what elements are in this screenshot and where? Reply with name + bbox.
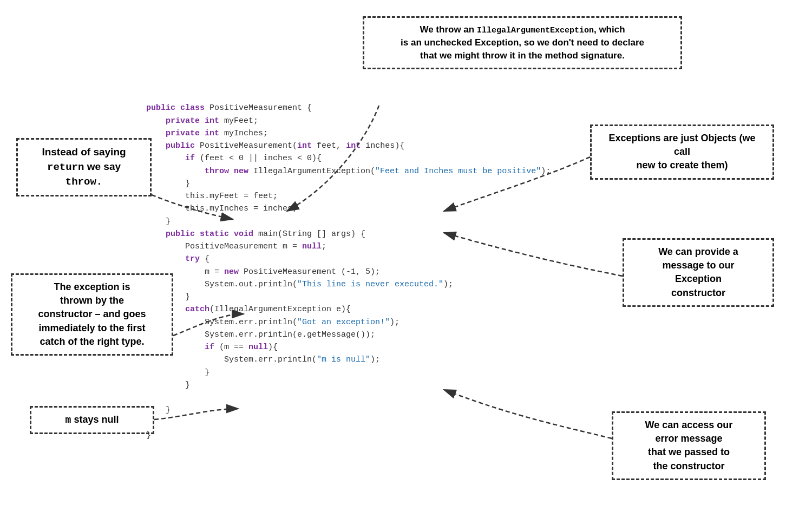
annotation-m-stays-null: m stays null — [30, 406, 154, 434]
annotation-provide-message: We can provide amessage to ourExceptionc… — [623, 238, 774, 307]
annotation-we-throw-text: We throw an IllegalArgumentException, wh… — [401, 24, 644, 61]
annotation-instead-of: Instead of saying return we say throw. — [16, 138, 152, 196]
annotation-exceptions-objects: Exceptions are just Objects (we call new… — [590, 124, 774, 180]
annotation-m-stays-null-text: m stays null — [66, 414, 119, 425]
annotation-access-message-text: We can access ourerror messagethat we pa… — [645, 419, 733, 471]
annotation-instead-of-text: Instead of saying return we say throw. — [42, 146, 126, 187]
annotation-provide-message-text: We can provide amessage to ourExceptionc… — [658, 246, 738, 298]
code-block: public class PositiveMeasurement { priva… — [146, 89, 551, 442]
annotation-access-message: We can access ourerror messagethat we pa… — [612, 411, 766, 480]
annotation-we-throw: We throw an IllegalArgumentException, wh… — [363, 16, 682, 69]
annotation-exception-thrown-text: The exception is thrown by the construct… — [38, 281, 146, 347]
annotation-exceptions-objects-text: Exceptions are just Objects (we call new… — [608, 133, 755, 171]
